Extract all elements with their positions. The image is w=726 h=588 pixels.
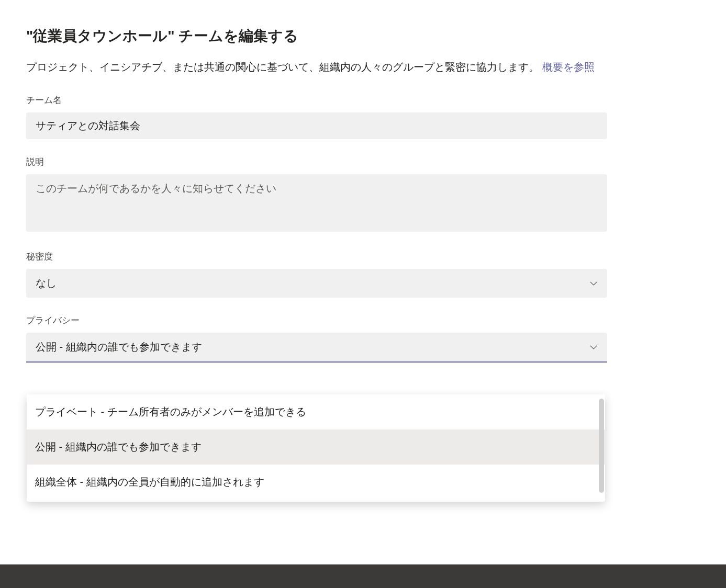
team-name-field: チーム名	[26, 94, 607, 139]
privacy-select[interactable]: 公開 - 組織内の誰でも参加できます	[26, 333, 607, 363]
overview-link[interactable]: 概要を参照	[542, 61, 595, 73]
team-name-input[interactable]	[26, 112, 607, 139]
sensitivity-value: なし	[36, 276, 57, 290]
privacy-label: プライバシー	[26, 314, 607, 326]
subtitle-text: プロジェクト、イニシアチブ、または共通の関心に基づいて、組織内の人々のグループと…	[26, 61, 542, 73]
chevron-down-icon	[589, 279, 598, 288]
privacy-option-orgwide[interactable]: 組織全体 - 組織内の全員が自動的に追加されます	[27, 465, 605, 500]
bottom-bar	[0, 564, 726, 588]
privacy-field: プライバシー 公開 - 組織内の誰でも参加できます	[26, 314, 607, 363]
privacy-option-public[interactable]: 公開 - 組織内の誰でも参加できます	[27, 429, 605, 465]
team-name-label: チーム名	[26, 94, 607, 106]
description-label: 説明	[26, 156, 607, 168]
sensitivity-select[interactable]: なし	[26, 269, 607, 298]
privacy-dropdown: プライベート - チーム所有者のみがメンバーを追加できる 公開 - 組織内の誰で…	[27, 394, 605, 502]
dialog-subtitle: プロジェクト、イニシアチブ、または共通の関心に基づいて、組織内の人々のグループと…	[26, 59, 607, 75]
sensitivity-label: 秘密度	[26, 251, 607, 263]
scrollbar[interactable]	[599, 399, 604, 493]
edit-team-dialog: "従業員タウンホール" チームを編集する プロジェクト、イニシアチブ、または共通…	[0, 0, 633, 363]
sensitivity-field: 秘密度 なし	[26, 251, 607, 298]
privacy-value: 公開 - 組織内の誰でも参加できます	[36, 340, 202, 354]
privacy-option-private[interactable]: プライベート - チーム所有者のみがメンバーを追加できる	[27, 394, 605, 429]
dialog-title: "従業員タウンホール" チームを編集する	[26, 26, 607, 46]
description-field: 説明	[26, 156, 607, 234]
chevron-down-icon	[589, 343, 598, 352]
description-input[interactable]	[26, 174, 607, 232]
